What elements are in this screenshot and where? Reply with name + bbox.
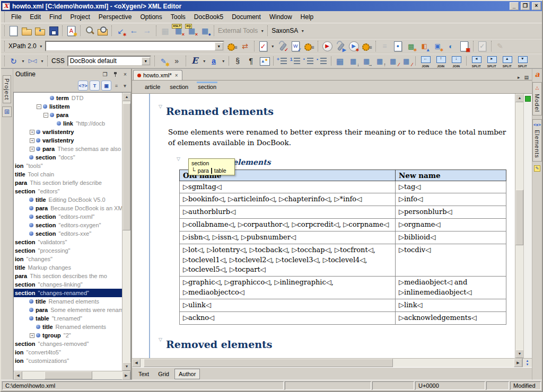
tree-expander-icon[interactable]: − [37,104,41,109]
new-name-cell[interactable]: ▷biblioid◁ [396,231,506,244]
column-header-new-name[interactable]: New name [396,170,506,181]
editor-tab-howto[interactable]: howto.xml* × [133,70,182,80]
rename-element-icon[interactable]: ▣∗ [432,40,444,52]
scroll-tabs-icon[interactable]: ▸ [515,75,522,80]
css-style-select[interactable] [68,57,142,65]
insert-row-icon[interactable]: ▦↓ [347,55,360,67]
menu-edit[interactable]: Edit [25,12,45,22]
outline-item[interactable]: paraThis section briefly describe [14,179,122,187]
outline-item[interactable]: titleMarkup changes [14,263,122,272]
outline-item[interactable]: ion"changes" [14,255,122,263]
insert-table-icon[interactable]: ▦ [334,55,346,67]
entities-icon[interactable]: ✎ [534,165,540,172]
debug-xslt-icon[interactable]: ▦× [172,24,185,37]
new-name-cell[interactable]: ▷acknowledgements◁ [396,311,506,324]
menu-help[interactable]: Help [296,12,318,22]
menu-find[interactable]: Find [45,12,66,22]
scroll-thumb[interactable] [45,371,92,379]
float-panel-icon[interactable]: ❐ [101,71,109,78]
emphasis-icon[interactable]: E [189,55,201,67]
old-name-cell[interactable]: ▷collabname◁, ▷corpauthor◁, ▷corpcredit◁… [180,219,396,231]
refresh-dropdown[interactable]: ▾ [20,56,26,66]
view-tab-grid[interactable]: Grid [154,369,173,379]
join-cell-above-icon[interactable]: ↑JOIN [434,55,448,67]
delete-row-icon[interactable]: ▦∕ [387,55,399,67]
sidebar-tab-project[interactable]: Project [3,75,11,103]
new-document-icon[interactable] [7,24,20,37]
section-heading[interactable]: ▽ Renamed elements [166,105,274,117]
forward-icon[interactable]: → [141,24,153,37]
author-document[interactable]: ▽ Renamed elements Some elements were re… [132,94,515,358]
outline-item[interactable]: section"editors-oxygen" [14,221,122,229]
show-tags-icon[interactable]: ▷◁ [27,55,39,67]
sync-selection-icon[interactable]: ▣ [101,81,111,91]
scroll-track[interactable] [122,101,130,362]
scroll-thumb[interactable] [122,103,130,230]
tree-expander-icon[interactable]: + [30,333,34,338]
outline-item[interactable]: paraSome elements were renamed t [14,306,122,314]
sync-scroll-icon[interactable]: ▲ ▼ [522,359,532,367]
insert-column-icon[interactable]: ▦→ [361,55,373,67]
emphasis-dropdown[interactable]: ▾ [202,56,207,66]
scroll-up-icon[interactable]: ▲ [122,93,131,101]
old-name-cell[interactable]: ▷ulink◁ [180,299,396,311]
editor-horizontal-scrollbar[interactable]: ◀ ▶ ▲ ▼ [132,358,532,367]
outline-item[interactable]: paraBecause DocBook is an XML-ba [14,204,122,212]
outline-item[interactable]: section"editors-xxe" [14,229,122,238]
transformation-settings-icon[interactable]: ≡ [361,40,373,52]
move-element-icon[interactable]: ◧▲ [418,40,431,52]
scroll-right-icon[interactable]: ▶ [122,371,130,380]
css-label[interactable]: CSS [50,57,66,65]
renamed-elements-table[interactable]: Old name New name ▷sgmltag◁▷tag◁▷bookinf… [179,170,506,325]
menu-file[interactable]: File [7,12,25,22]
validation-status-square[interactable] [525,96,531,102]
outline-item[interactable]: table"t.renamed" [14,314,122,323]
validation-scenario-icon[interactable]: ✓ [276,40,288,52]
outline-item[interactable]: section"changes-linking" [14,280,122,289]
more-tools-icon[interactable]: » [171,55,183,67]
menu-window[interactable]: Window [265,12,296,22]
search-icon[interactable] [83,24,95,37]
outline-item[interactable]: section"validators" [14,238,122,246]
old-name-cell[interactable]: ▷ackno◁ [180,311,396,324]
outline-item[interactable]: +tgroup"2" [14,331,122,340]
editor-vertical-scrollbar[interactable]: ▲ ▼ [515,94,523,358]
scroll-down-icon[interactable]: ▼ [122,362,131,371]
breadcrumb-item-article[interactable]: article [144,80,161,93]
validation-settings-icon[interactable]: ≡ [303,40,315,52]
paragraph-mark-icon[interactable]: ¶ [245,55,257,67]
section-heading[interactable]: ▽ Removed elements [166,338,273,350]
open-in-browser-icon[interactable]: ● [392,40,404,52]
close-panel-icon[interactable]: × [121,71,129,78]
outline-item[interactable]: titleTool chain [14,170,122,179]
menu-document[interactable]: Document [227,12,265,22]
tree-expander-icon[interactable]: + [30,138,34,143]
saxonsa-dropdown[interactable]: ▾ [300,25,305,36]
collapse-icon[interactable]: ▽ [159,337,162,342]
css-style-select-dropdown[interactable]: ▾ [142,57,150,65]
outline-item[interactable]: section"changes-renamed" [14,289,122,297]
menu-docbook5[interactable]: DocBook5 [190,12,227,22]
scroll-left-icon[interactable]: ◀ [14,371,22,380]
xpath-input[interactable] [46,42,215,50]
close-button[interactable]: × [532,2,541,10]
tab-close-icon[interactable]: × [175,73,178,78]
scroll-track[interactable] [141,359,514,367]
xpath-input-dropdown[interactable]: ▾ [215,42,223,50]
external-tools-dropdown[interactable]: ▾ [259,25,265,36]
outline-item[interactable]: titleRenamed elements [14,323,122,331]
validate-icon[interactable]: ✓ [257,40,269,52]
external-tools-button[interactable]: External Tools [216,27,259,34]
tree-expander-icon[interactable]: + [30,130,34,135]
old-name-cell[interactable]: ▷bookinfo◁, ▷articleinfo◁, ▷chapterinfo◁… [180,193,396,206]
scroll-left-icon[interactable]: ◀ [132,359,141,367]
attributes-icon[interactable]: a [535,70,539,78]
old-name-cell[interactable]: ▷authorblurb◁ [180,206,396,219]
view-tab-author[interactable]: Author [174,369,200,379]
scroll-right-icon[interactable]: ▶ [514,359,522,367]
outline-item[interactable]: −listitem [14,102,122,111]
section-mark-icon[interactable]: § [232,55,244,67]
open-file-icon[interactable] [21,24,33,37]
insert-image-icon[interactable]: ▲ [258,55,270,67]
check-well-formed-icon[interactable]: W✓ [290,40,302,52]
